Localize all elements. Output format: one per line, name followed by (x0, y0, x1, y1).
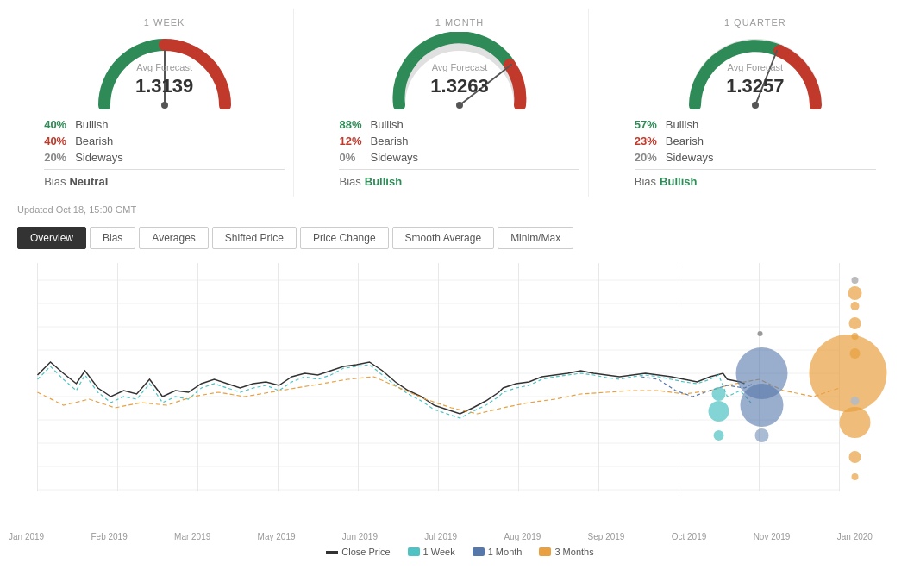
panel-1week: 1 WEEK Avg Forecast 1.3139 40% Bullish 4… (35, 9, 294, 197)
bullish-label-quarter: Bullish (666, 118, 698, 131)
bias-row-month: Bias Bullish (339, 175, 579, 188)
svg-point-34 (810, 335, 887, 412)
avg-label-quarter: Avg Forecast (728, 62, 784, 72)
bearish-label-quarter: Bearish (666, 134, 704, 147)
bearish-row-month: 12% Bearish (339, 134, 579, 147)
legend-1week-label: 1 Week (423, 547, 455, 557)
svg-point-41 (849, 451, 861, 463)
svg-point-43 (852, 277, 859, 284)
x-label-7: Sep 2019 (588, 532, 625, 541)
bias-value-quarter: Bullish (660, 175, 697, 188)
x-label-8: Oct 2019 (672, 532, 707, 541)
tab-shifted-price[interactable]: Shifted Price (212, 227, 297, 249)
bias-text-quarter: Bias (635, 175, 656, 188)
bias-text-week: Bias (44, 175, 66, 188)
gauge-quarter: Avg Forecast 1.3257 (635, 32, 876, 109)
svg-point-40 (840, 407, 871, 438)
bullish-label-week: Bullish (75, 118, 108, 131)
legend-3months-label: 3 Months (554, 547, 593, 557)
legend-close-price-label: Close Price (341, 547, 390, 557)
period-title-month: 1 MONTH (339, 17, 579, 28)
panel-1month: 1 MONTH Avg Forecast 1.3263 88% Bullish … (330, 9, 589, 197)
bearish-pct-quarter: 23% (635, 134, 666, 147)
svg-point-35 (850, 348, 861, 359)
x-axis: Jan 2019 Feb 2019 Mar 2019 May 2019 Jun … (0, 530, 920, 541)
tab-bias[interactable]: Bias (90, 227, 135, 249)
x-label-10: Jan 2020 (837, 532, 873, 541)
sideways-pct-quarter: 20% (635, 151, 666, 164)
bullish-pct-week: 40% (44, 118, 75, 131)
main-chart (17, 263, 903, 496)
sideways-row-quarter: 20% Sideways (635, 151, 876, 164)
sideways-label-week: Sideways (75, 151, 123, 164)
sideways-row-month: 0% Sideways (339, 151, 579, 164)
tab-overview[interactable]: Overview (17, 227, 86, 249)
sideways-pct-month: 0% (339, 151, 370, 164)
x-label-9: Nov 2019 (754, 532, 791, 541)
bias-value-month: Bullish (365, 175, 402, 188)
bias-text-month: Bias (339, 175, 360, 188)
svg-point-36 (852, 333, 859, 340)
tab-averages[interactable]: Averages (139, 227, 208, 249)
svg-point-42 (852, 473, 859, 480)
bullish-row-quarter: 57% Bullish (635, 118, 876, 131)
svg-point-1 (161, 102, 168, 109)
sideways-row-week: 20% Sideways (44, 151, 285, 164)
legend-1month-label: 1 Month (488, 547, 523, 557)
legend-1month: 1 Month (473, 547, 523, 557)
sideways-label-quarter: Sideways (666, 151, 714, 164)
sideways-pct-week: 20% (44, 151, 75, 164)
svg-point-39 (848, 286, 862, 300)
legend-1week: 1 Week (408, 547, 455, 557)
tab-minim-max[interactable]: Minim/Max (498, 227, 573, 249)
legend-3months: 3 Months (539, 547, 593, 557)
gauge-month: Avg Forecast 1.3263 (339, 32, 579, 109)
svg-point-28 (709, 401, 729, 422)
svg-point-5 (752, 102, 759, 109)
bearish-row-week: 40% Bearish (44, 134, 285, 147)
svg-point-29 (714, 430, 724, 441)
legend-close-price-icon (326, 551, 338, 554)
bullish-row-week: 40% Bullish (44, 118, 285, 131)
svg-point-31 (741, 384, 784, 427)
x-label-1: Feb 2019 (91, 532, 127, 541)
bullish-label-month: Bullish (370, 118, 403, 131)
bearish-pct-week: 40% (44, 134, 75, 147)
bullish-pct-month: 88% (339, 118, 370, 131)
bias-value-week: Neutral (69, 175, 108, 188)
svg-point-27 (712, 387, 726, 401)
x-label-0: Jan 2019 (9, 532, 44, 541)
svg-point-3 (456, 102, 463, 109)
sideways-label-month: Sideways (370, 151, 418, 164)
bearish-row-quarter: 23% Bearish (635, 134, 876, 147)
legend-1week-icon (408, 547, 420, 556)
svg-point-44 (851, 397, 860, 405)
x-label-4: Jun 2019 (342, 532, 378, 541)
tab-smooth-average[interactable]: Smooth Average (392, 227, 495, 249)
forecast-panels: 1 WEEK Avg Forecast 1.3139 40% Bullish 4… (0, 0, 920, 197)
tab-price-change[interactable]: Price Change (300, 227, 389, 249)
legend-1month-icon (473, 547, 485, 556)
bearish-label-week: Bearish (75, 134, 113, 147)
avg-value-month: 1.3263 (430, 75, 488, 97)
bias-row-week: Bias Neutral (44, 175, 285, 188)
x-label-3: May 2019 (258, 532, 296, 541)
period-title-week: 1 WEEK (44, 17, 285, 28)
bias-row-quarter: Bias Bullish (635, 175, 876, 188)
avg-value-week: 1.3139 (135, 75, 193, 97)
avg-label-week: Avg Forecast (136, 62, 192, 72)
svg-point-33 (758, 331, 763, 336)
x-label-6: Aug 2019 (504, 532, 541, 541)
avg-value-quarter: 1.3257 (726, 75, 784, 97)
bearish-label-month: Bearish (370, 134, 408, 147)
svg-point-37 (849, 317, 861, 329)
chart-legend: Close Price 1 Week 1 Month 3 Months (0, 541, 920, 566)
period-title-quarter: 1 QUARTER (635, 17, 876, 28)
legend-3months-icon (539, 547, 551, 556)
gauge-week: Avg Forecast 1.3139 (44, 32, 285, 109)
bullish-pct-quarter: 57% (635, 118, 666, 131)
updated-text: Updated Oct 18, 15:00 GMT (0, 197, 920, 222)
svg-point-32 (755, 428, 769, 442)
tabs-bar: Overview Bias Averages Shifted Price Pri… (0, 222, 920, 254)
avg-label-month: Avg Forecast (432, 62, 488, 72)
